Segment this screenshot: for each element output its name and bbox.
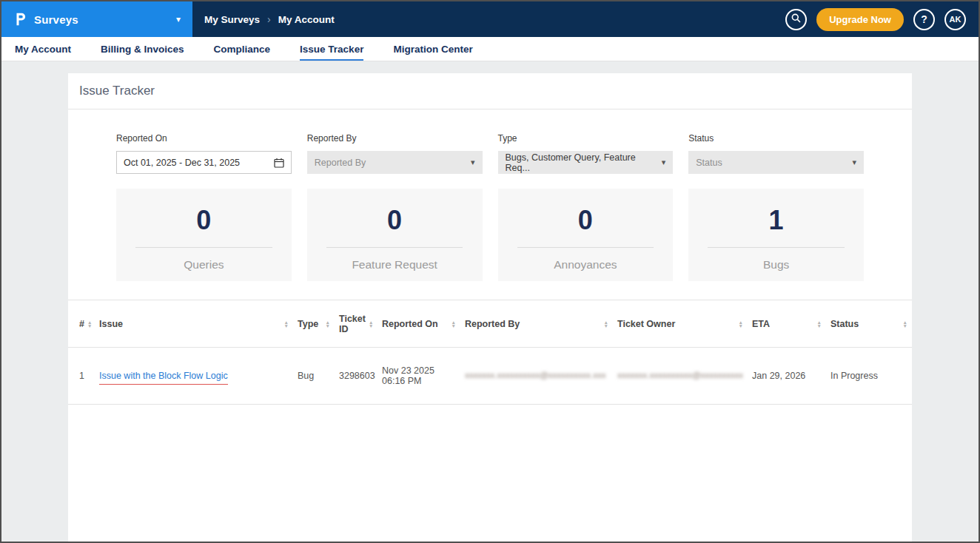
sort-down-icon: ▼: [369, 324, 373, 328]
filter-label-type: Type: [498, 133, 674, 144]
status-placeholder: Status: [696, 158, 722, 168]
issue-tracker-card: Issue Tracker Reported On Oct 01, 2025 -…: [68, 73, 912, 543]
tab-my-account[interactable]: My Account: [15, 37, 71, 61]
cell-reported-by: xxxxxxx.xxxxxxxxxx@xxxxxxxxxx.xxx: [460, 348, 613, 405]
sort-icon[interactable]: ▲▼: [604, 320, 608, 328]
col-header-ticket-id: Ticket ID▲▼: [335, 300, 377, 348]
sort-down-icon: ▼: [903, 324, 907, 328]
search-icon: [791, 13, 801, 25]
status-select[interactable]: Status ▾: [688, 151, 864, 174]
date-range-input[interactable]: Oct 01, 2025 - Dec 31, 2025: [116, 151, 292, 174]
chevron-down-icon: ▾: [471, 158, 475, 167]
app-name: Surveys: [34, 13, 78, 26]
sort-icon[interactable]: ▲▼: [452, 320, 456, 328]
stat-value: 1: [769, 189, 784, 247]
stat-label: Annoyances: [554, 248, 617, 281]
stat-value: 0: [387, 189, 402, 247]
filter-reported-on: Reported On Oct 01, 2025 - Dec 31, 2025: [116, 133, 292, 174]
question-mark-icon: ?: [921, 13, 927, 25]
account-tabs: My Account Billing & Invoices Compliance…: [1, 37, 979, 61]
stat-card-queries: 0 Queries: [116, 189, 292, 281]
sort-down-icon: ▼: [817, 324, 822, 328]
sort-icon[interactable]: ▲▼: [817, 320, 822, 328]
stat-value: 0: [578, 189, 593, 247]
sort-icon[interactable]: ▲▼: [284, 320, 289, 328]
stat-label: Feature Request: [352, 248, 437, 281]
col-header-type: Type▲▼: [293, 300, 335, 348]
topbar: Surveys ▾ My Surveys › My Account Upgrad…: [1, 1, 979, 37]
cell-issue: Issue with the Block Flow Logic: [95, 348, 293, 405]
breadcrumb-item-my-surveys[interactable]: My Surveys: [204, 14, 260, 25]
sort-down-icon: ▼: [326, 324, 330, 328]
sort-icon[interactable]: ▲▼: [369, 320, 373, 328]
type-selected-value: Bugs, Customer Query, Feature Req...: [506, 152, 662, 173]
stat-label: Queries: [184, 248, 224, 281]
sort-icon[interactable]: ▲▼: [903, 320, 907, 328]
col-header-reported-by: Reported By▲▼: [460, 300, 613, 348]
sort-icon[interactable]: ▲▼: [739, 320, 743, 328]
cell-type: Bug: [293, 348, 335, 405]
cell-status: In Progress: [826, 348, 912, 405]
filter-status: Status Status ▾: [688, 133, 864, 174]
breadcrumb: My Surveys › My Account: [204, 13, 335, 25]
avatar[interactable]: AK: [944, 9, 966, 30]
col-header-reported-on: Reported On▲▼: [377, 300, 460, 348]
reported-by-placeholder: Reported By: [315, 158, 366, 168]
chevron-down-icon: ▾: [852, 158, 856, 167]
filters-row: Reported On Oct 01, 2025 - Dec 31, 2025 …: [116, 133, 864, 174]
chevron-down-icon: ▾: [662, 158, 666, 167]
help-button[interactable]: ?: [913, 9, 935, 30]
sort-down-icon: ▼: [452, 324, 456, 328]
stats-row: 0 Queries 0 Feature Request 0 Annoyances…: [116, 189, 864, 281]
sort-down-icon: ▼: [284, 324, 289, 328]
search-button[interactable]: [785, 9, 807, 30]
breadcrumb-separator-icon: ›: [267, 13, 271, 25]
questionpro-logo-icon: [13, 12, 27, 27]
issues-table: #▲▼ Issue▲▼ Type▲▼ Ticket ID▲▼ Reported …: [68, 300, 912, 405]
col-header-eta: ETA▲▼: [748, 300, 826, 348]
cell-eta: Jan 29, 2026: [748, 348, 826, 405]
filter-reported-by: Reported By Reported By ▾: [307, 133, 483, 174]
tab-migration-center[interactable]: Migration Center: [393, 37, 472, 61]
filter-label-reported-on: Reported On: [116, 133, 292, 144]
sort-down-icon: ▼: [739, 324, 743, 328]
sort-icon[interactable]: ▲▼: [326, 320, 330, 328]
table-header-row: #▲▼ Issue▲▼ Type▲▼ Ticket ID▲▼ Reported …: [68, 300, 912, 348]
stat-card-annoyances: 0 Annoyances: [498, 189, 674, 281]
filter-label-reported-by: Reported By: [307, 133, 483, 144]
date-range-value: Oct 01, 2025 - Dec 31, 2025: [124, 158, 240, 168]
tab-compliance[interactable]: Compliance: [214, 37, 271, 61]
breadcrumb-item-my-account[interactable]: My Account: [278, 14, 335, 25]
cell-ticket-owner: xxxxxxx.xxxxxxxxxx@xxxxxxxxxx.xxx: [613, 348, 748, 405]
topbar-actions: Upgrade Now ? AK: [785, 8, 979, 31]
table-row: 1 Issue with the Block Flow Logic Bug 32…: [68, 348, 912, 405]
col-header-num: #▲▼: [68, 300, 95, 348]
app-caret-down-icon: ▾: [176, 15, 181, 24]
stat-value: 0: [196, 189, 211, 247]
col-header-issue: Issue▲▼: [95, 300, 293, 348]
stat-label: Bugs: [763, 248, 789, 281]
page-title: Issue Tracker: [68, 73, 912, 109]
stat-card-bugs: 1 Bugs: [688, 189, 864, 281]
tab-issue-tracker[interactable]: Issue Tracker: [300, 37, 363, 61]
redacted-email: xxxxxxx.xxxxxxxxxx@xxxxxxxxxx.xxx: [617, 371, 743, 380]
sort-down-icon: ▼: [87, 324, 92, 328]
cell-num: 1: [68, 348, 95, 405]
app-window: Surveys ▾ My Surveys › My Account Upgrad…: [0, 0, 980, 543]
col-header-status: Status▲▼: [826, 300, 912, 348]
sort-icon[interactable]: ▲▼: [87, 320, 92, 328]
redacted-email: xxxxxxx.xxxxxxxxxx@xxxxxxxxxx.xxx: [465, 371, 606, 380]
calendar-icon: [274, 158, 284, 168]
filter-label-status: Status: [688, 133, 864, 144]
app-switcher[interactable]: Surveys ▾: [1, 1, 192, 37]
cell-reported-on: Nov 23 2025 06:16 PM: [377, 348, 460, 405]
tab-billing-invoices[interactable]: Billing & Invoices: [101, 37, 184, 61]
stat-card-feature-request: 0 Feature Request: [307, 189, 483, 281]
col-header-ticket-owner: Ticket Owner▲▼: [613, 300, 748, 348]
issue-link[interactable]: Issue with the Block Flow Logic: [99, 371, 228, 385]
type-select[interactable]: Bugs, Customer Query, Feature Req... ▾: [498, 151, 674, 174]
upgrade-now-button[interactable]: Upgrade Now: [816, 8, 904, 31]
reported-by-select[interactable]: Reported By ▾: [307, 151, 483, 174]
sort-down-icon: ▼: [604, 324, 608, 328]
filter-type: Type Bugs, Customer Query, Feature Req..…: [498, 133, 674, 174]
